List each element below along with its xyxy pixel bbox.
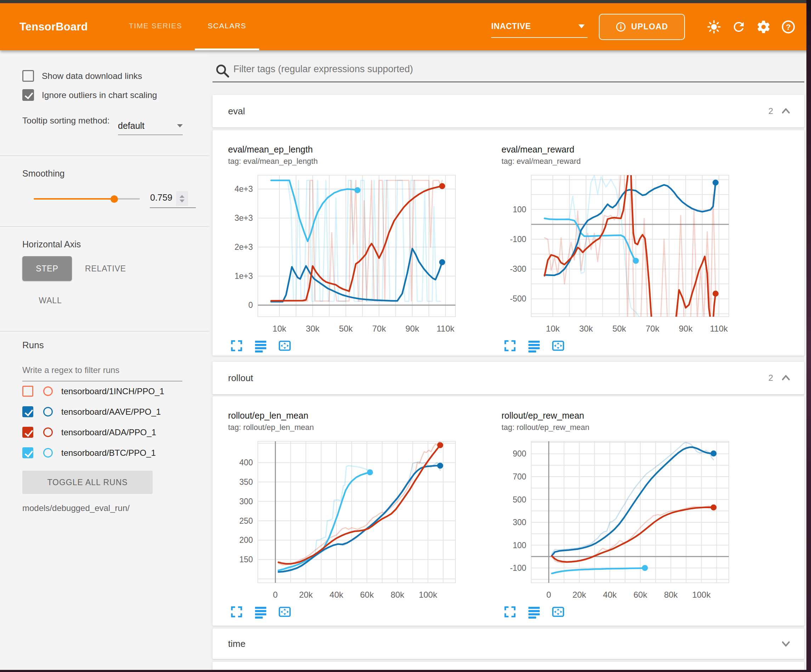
- chevron-down-icon[interactable]: [779, 637, 792, 650]
- run-name: tensorboard/ADA/PPO_1: [61, 427, 156, 437]
- chart-toolbar: [503, 605, 749, 619]
- svg-text:100: 100: [513, 205, 526, 214]
- chart-card-eval-mean-ep-length: eval/mean_ep_length tag: eval/mean_ep_le…: [228, 144, 476, 353]
- section-header-rollout[interactable]: rollout 2: [212, 362, 804, 394]
- run-checkbox[interactable]: [22, 386, 33, 397]
- runs-list-icon[interactable]: [254, 605, 268, 619]
- line-chart[interactable]: 150200250300350400020k40k60k80k100k: [228, 437, 462, 603]
- chart-title: eval/mean_ep_length: [228, 144, 476, 155]
- line-chart[interactable]: 100-100-300-50010k30k50k70k90k110k: [502, 171, 735, 337]
- svg-text:200: 200: [239, 535, 253, 545]
- runs-list-icon[interactable]: [254, 339, 268, 353]
- run-filter-input[interactable]: Write a regex to filter runs: [22, 365, 119, 375]
- run-color-ring[interactable]: [43, 407, 53, 416]
- svg-text:110k: 110k: [437, 324, 455, 333]
- chart-title: rollout/ep_len_mean: [228, 410, 476, 421]
- run-state-value: INACTIVE: [491, 22, 531, 31]
- section-title: time: [228, 638, 246, 649]
- run-row-1inch: tensorboard/1INCH/PPO_1: [22, 386, 165, 397]
- settings-icon[interactable]: [753, 17, 774, 37]
- svg-text:300: 300: [239, 497, 253, 506]
- run-state-dropdown[interactable]: INACTIVE: [491, 16, 587, 38]
- svg-text:150: 150: [239, 555, 253, 564]
- svg-text:70k: 70k: [646, 324, 660, 333]
- chevron-up-icon[interactable]: [779, 105, 792, 117]
- chart-tag: tag: rollout/ep_rew_mean: [502, 423, 749, 432]
- chart-title: rollout/ep_rew_mean: [502, 410, 749, 421]
- window-bottom-strip: [0, 670, 811, 672]
- section-header-eval[interactable]: eval 2: [212, 95, 804, 127]
- scrollbar-track[interactable]: [806, 0, 811, 672]
- tag-filter-input[interactable]: Filter tags (regular expressions support…: [233, 64, 413, 74]
- tag-filter-underline: [212, 81, 804, 83]
- fullscreen-icon[interactable]: [229, 605, 244, 619]
- run-checkbox[interactable]: [22, 427, 33, 438]
- refresh-icon[interactable]: [729, 17, 749, 37]
- run-color-ring[interactable]: [43, 448, 53, 457]
- show-download-links-checkbox[interactable]: [22, 70, 34, 82]
- svg-text:100: 100: [513, 541, 526, 550]
- fullscreen-icon[interactable]: [229, 339, 244, 353]
- help-icon[interactable]: ?: [779, 17, 798, 37]
- run-checkbox[interactable]: [22, 406, 33, 417]
- runs-base-path: models/debugged_eval_run/: [22, 503, 130, 513]
- svg-text:10k: 10k: [546, 324, 560, 333]
- ignore-outliers-row: Ignore outliers in chart scaling: [22, 89, 157, 101]
- chevron-up-icon[interactable]: [779, 372, 792, 384]
- svg-text:350: 350: [239, 477, 253, 487]
- divider: [0, 155, 209, 156]
- ignore-outliers-checkbox[interactable]: [22, 89, 34, 101]
- axis-relative-button[interactable]: RELATIVE: [81, 256, 130, 281]
- smoothing-slider-handle[interactable]: [110, 195, 118, 203]
- upload-button[interactable]: UPLOAD: [599, 14, 685, 40]
- runs-list-icon[interactable]: [527, 339, 541, 353]
- line-chart[interactable]: -100100300500700900020k40k60k80k100k: [502, 437, 735, 603]
- smoothing-stepper[interactable]: [176, 191, 188, 206]
- svg-text:50k: 50k: [339, 324, 353, 333]
- toggle-all-runs-button[interactable]: TOGGLE ALL RUNS: [22, 471, 153, 494]
- brightness-icon[interactable]: [704, 17, 724, 37]
- run-checkbox[interactable]: [22, 447, 33, 458]
- tooltip-sorting-value: default: [118, 121, 144, 131]
- svg-text:4e+3: 4e+3: [234, 185, 253, 193]
- chart-card-rollout-ep-rew-mean: rollout/ep_rew_mean tag: rollout/ep_rew_…: [502, 410, 749, 619]
- line-chart[interactable]: 01e+32e+33e+34e+310k30k50k70k90k110k: [228, 171, 462, 337]
- svg-text:-300: -300: [510, 264, 526, 274]
- ignore-outliers-label: Ignore outliers in chart scaling: [42, 90, 157, 100]
- fit-data-icon[interactable]: [551, 339, 565, 353]
- fit-data-icon[interactable]: [278, 605, 292, 619]
- section-header-time[interactable]: time: [212, 628, 804, 659]
- fit-data-icon[interactable]: [551, 605, 565, 619]
- runs-list-icon[interactable]: [527, 605, 541, 619]
- chart-title: eval/mean_reward: [502, 144, 749, 155]
- stepper-up-icon[interactable]: [180, 195, 185, 198]
- header-tabs: TIME SERIES SCALARS: [116, 3, 259, 50]
- fit-data-icon[interactable]: [278, 339, 292, 353]
- tab-time-series[interactable]: TIME SERIES: [116, 3, 195, 50]
- app-header: TensorBoard TIME SERIES SCALARS INACTIVE…: [0, 3, 811, 50]
- section-count: 2: [769, 373, 773, 383]
- run-filter-underline: [22, 381, 182, 381]
- smoothing-label: Smoothing: [22, 168, 65, 179]
- svg-text:30k: 30k: [305, 324, 320, 333]
- run-color-ring[interactable]: [43, 386, 53, 396]
- run-name: tensorboard/AAVE/PPO_1: [61, 407, 161, 417]
- svg-text:700: 700: [513, 472, 526, 481]
- chevron-down-icon: [177, 124, 183, 127]
- chart-card-rollout-ep-len-mean: rollout/ep_len_mean tag: rollout/ep_len_…: [228, 410, 476, 619]
- run-color-ring[interactable]: [43, 427, 53, 437]
- chart-toolbar: [229, 339, 476, 353]
- run-name: tensorboard/1INCH/PPO_1: [61, 386, 165, 396]
- stepper-down-icon[interactable]: [180, 200, 185, 202]
- scalars-main-panel: Filter tags (regular expressions support…: [209, 50, 806, 670]
- run-row-ada: tensorboard/ADA/PPO_1: [22, 427, 156, 438]
- tooltip-sorting-dropdown[interactable]: default: [118, 117, 183, 135]
- svg-text:90k: 90k: [406, 324, 420, 333]
- tab-scalars[interactable]: SCALARS: [195, 3, 259, 50]
- fullscreen-icon[interactable]: [503, 339, 517, 353]
- fullscreen-icon[interactable]: [503, 605, 517, 619]
- axis-wall-button[interactable]: WALL: [25, 288, 75, 313]
- info-icon: [616, 22, 626, 32]
- axis-step-button[interactable]: STEP: [22, 256, 72, 281]
- smoothing-slider-fill: [34, 198, 114, 200]
